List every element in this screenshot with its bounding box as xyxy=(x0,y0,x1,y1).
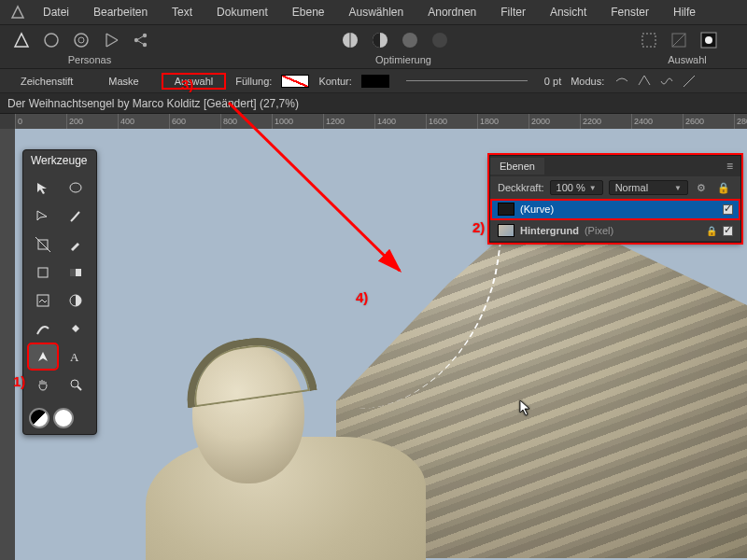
option-bar: Zeichenstift Maske Auswahl Füllung: Kont… xyxy=(0,69,747,93)
svg-point-10 xyxy=(402,33,417,48)
layer-row-kurve[interactable]: (Kurve) xyxy=(490,199,740,220)
svg-point-16 xyxy=(705,36,712,44)
crop-tool-icon[interactable] xyxy=(29,232,57,257)
stroke-width-slider[interactable] xyxy=(406,80,528,81)
brush-tool-icon[interactable] xyxy=(62,204,90,229)
auswahl-section: Auswahl xyxy=(637,28,738,65)
menu-bar: Datei Bearbeiten Text Dokument Ebene Aus… xyxy=(0,0,747,24)
layer-name: (Kurve) xyxy=(520,203,554,215)
svg-point-17 xyxy=(70,183,81,192)
mode-1-icon[interactable] xyxy=(613,73,630,90)
menu-datei[interactable]: Datei xyxy=(32,2,80,22)
option-maske[interactable]: Maske xyxy=(95,73,151,90)
hand-tool-icon[interactable] xyxy=(29,372,57,397)
svg-line-27 xyxy=(78,386,81,390)
fill-tool-icon[interactable] xyxy=(62,316,90,341)
svg-point-26 xyxy=(71,380,78,387)
node-tool-icon[interactable] xyxy=(29,204,57,229)
selection-marquee-icon[interactable] xyxy=(637,28,661,52)
color-swatches xyxy=(23,402,96,434)
mode-4-icon[interactable] xyxy=(681,73,698,90)
persona-export-icon[interactable] xyxy=(69,28,93,52)
menu-dokument[interactable]: Dokument xyxy=(205,2,279,22)
shape-tool-icon[interactable] xyxy=(29,260,57,285)
optimize-1-icon[interactable] xyxy=(338,28,362,52)
layer-thumb-icon xyxy=(498,224,514,237)
svg-text:A: A xyxy=(70,350,79,364)
move-tool-icon[interactable] xyxy=(29,176,57,201)
panel-lock-icon[interactable]: 🔒 xyxy=(714,182,733,194)
svg-point-4 xyxy=(143,34,147,37)
foreground-background-swap-icon[interactable] xyxy=(29,408,49,428)
menu-ebene[interactable]: Ebene xyxy=(281,2,336,22)
svg-point-1 xyxy=(75,34,88,47)
layer-thumb-icon xyxy=(498,203,514,216)
stroke-value: 0 pt xyxy=(544,76,561,87)
zoom-tool-icon[interactable] xyxy=(62,372,90,397)
layer-name: Hintergrund xyxy=(520,225,579,236)
vector-brush-tool-icon[interactable] xyxy=(29,316,57,341)
fill-swatch[interactable] xyxy=(281,75,309,88)
option-modus-label: Modus: xyxy=(571,76,604,87)
svg-point-5 xyxy=(143,43,147,47)
panel-menu-icon[interactable]: ≡ xyxy=(719,158,740,175)
svg-rect-20 xyxy=(38,268,48,277)
optimize-3-icon[interactable] xyxy=(398,28,422,52)
optimize-2-icon[interactable] xyxy=(368,28,392,52)
eyedropper-tool-icon[interactable] xyxy=(62,232,90,257)
persona-share-icon[interactable] xyxy=(129,28,153,52)
layer-lock-icon[interactable]: 🔒 xyxy=(706,226,717,236)
mouse-cursor-icon xyxy=(519,399,530,416)
toolbar: Personas Optimierung Auswahl xyxy=(0,24,747,69)
option-kontur-label: Kontur: xyxy=(318,76,351,87)
layers-tab[interactable]: Ebenen xyxy=(490,158,544,175)
panel-settings-icon[interactable]: ⚙ xyxy=(694,182,709,194)
layer-visible-checkbox[interactable] xyxy=(723,226,733,236)
selection-2-icon[interactable] xyxy=(667,28,691,52)
transparency-tool-icon[interactable] xyxy=(62,288,90,313)
annotation-1: 1) xyxy=(13,373,25,389)
foreground-color-swatch[interactable] xyxy=(53,408,74,428)
gradient-tool-icon[interactable] xyxy=(62,260,90,285)
menu-bearbeiten[interactable]: Bearbeiten xyxy=(82,2,159,22)
option-fuellung-label: Füllung: xyxy=(235,76,272,87)
opacity-label: Deckkraft: xyxy=(498,182,544,193)
stroke-swatch[interactable] xyxy=(361,75,389,88)
menu-filter[interactable]: Filter xyxy=(489,2,537,22)
tools-panel-title[interactable]: Werkzeuge xyxy=(23,150,96,171)
layers-panel: Ebenen ≡ Deckkraft: 100 %▼ Normal▼ ⚙ 🔒 (… xyxy=(489,155,741,243)
mode-2-icon[interactable] xyxy=(636,73,653,90)
menu-fenster[interactable]: Fenster xyxy=(599,2,660,22)
persona-designer-icon[interactable] xyxy=(9,28,34,52)
selection-3-icon[interactable] xyxy=(697,28,721,52)
pen-tool-icon[interactable] xyxy=(29,344,57,369)
svg-point-0 xyxy=(45,34,58,47)
persona-pixel-icon[interactable] xyxy=(39,28,63,52)
layer-row-hintergrund[interactable]: Hintergrund (Pixel) 🔒 xyxy=(490,220,740,242)
blend-mode-select[interactable]: Normal▼ xyxy=(609,180,688,195)
svg-rect-22 xyxy=(70,269,76,276)
mode-3-icon[interactable] xyxy=(658,73,675,90)
svg-line-14 xyxy=(672,34,685,47)
optimierung-label: Optimierung xyxy=(375,54,431,65)
menu-text[interactable]: Text xyxy=(161,2,204,22)
option-zeichenstift[interactable]: Zeichenstift xyxy=(7,73,86,90)
menu-hilfe[interactable]: Hilfe xyxy=(662,2,707,22)
layer-visible-checkbox[interactable] xyxy=(723,204,733,215)
menu-anordnen[interactable]: Anordnen xyxy=(416,2,487,22)
annotation-4: 4) xyxy=(356,289,368,305)
svg-line-19 xyxy=(35,237,50,252)
annotation-2: 2) xyxy=(472,219,485,235)
menu-ansicht[interactable]: Ansicht xyxy=(539,2,598,22)
svg-point-3 xyxy=(134,38,138,42)
lasso-tool-icon[interactable] xyxy=(62,176,90,201)
place-tool-icon[interactable] xyxy=(29,288,57,313)
ruler-horizontal: 0200400600800100012001400160018002000220… xyxy=(15,114,747,129)
persona-d-icon[interactable] xyxy=(99,28,123,52)
opacity-field[interactable]: 100 %▼ xyxy=(550,180,603,195)
optimize-4-icon[interactable] xyxy=(428,28,452,52)
text-tool-icon[interactable]: A xyxy=(62,344,90,369)
option-auswahl[interactable]: Auswahl xyxy=(162,73,227,90)
annotation-3: 3) xyxy=(181,77,193,92)
menu-auswaehlen[interactable]: Auswählen xyxy=(337,2,415,22)
